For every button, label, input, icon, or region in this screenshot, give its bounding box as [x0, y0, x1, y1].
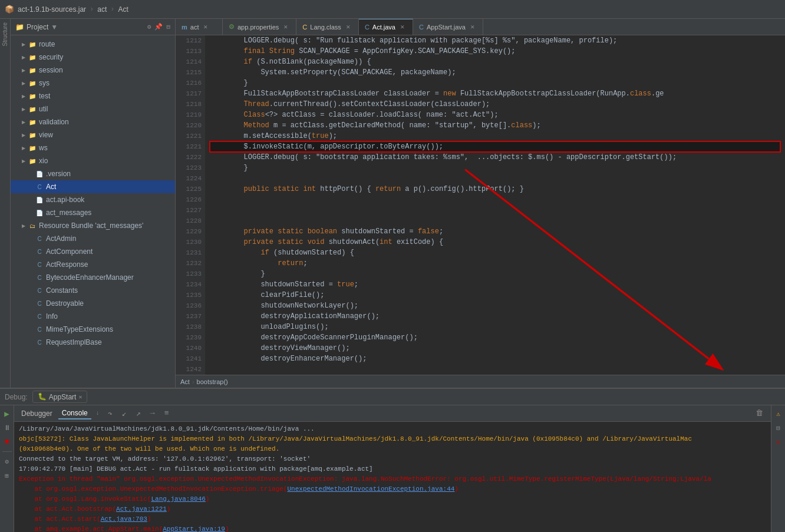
folder-icon: 📁 [28, 40, 37, 48]
folder-icon: 📁 [28, 66, 37, 74]
console-output: /Library/Java/JavaVirtualMachines/jdk1.8… [14, 422, 771, 532]
arrow-icon: ▶ [20, 131, 27, 138]
tree-label-requestimplbase: RequestImplBase [46, 338, 102, 346]
tree-item-mimetypeext[interactable]: C MimeTypeExtensions [11, 323, 175, 336]
tree-item-resource-bundle[interactable]: ▶ 🗂 Resource Bundle 'act_messages' [11, 219, 175, 232]
stack-link[interactable]: Lang.java:8046 [151, 495, 205, 503]
delete-icon[interactable]: ✕ [773, 436, 784, 448]
console-settings-icon[interactable]: ↓ [96, 410, 100, 417]
code-line: destroyAppCodeScannerPluginManager(); [210, 332, 780, 343]
tab-app-properties[interactable]: ⚙ app.properties ✕ [223, 19, 296, 35]
stack-link[interactable]: Act.java:703 [101, 516, 147, 523]
step-out-btn[interactable]: ↗ [133, 408, 144, 419]
tree-item-actcomponent[interactable]: C ActComponent [11, 245, 175, 258]
tree-item-ws[interactable]: ▶ 📁 ws [11, 141, 175, 154]
tab-close-appstart-java[interactable]: ✕ [469, 23, 477, 31]
code-line: clearPidFile(); [210, 290, 780, 300]
code-editor[interactable]: LOGGER.debug( s: "Run fullstack applicat… [205, 35, 785, 375]
breadcrumb: Act › bootstrap() [176, 375, 785, 388]
tree-item-destroyable[interactable]: C Destroyable [11, 297, 175, 310]
tree-item-view[interactable]: ▶ 📁 view [11, 128, 175, 141]
tab-act-m[interactable]: m act ✕ [176, 19, 223, 35]
code-line: } [210, 269, 780, 279]
tree-item-util[interactable]: ▶ 📁 util [11, 103, 175, 115]
console-toolbar: Debugger Console ↓ ↷ ↙ ↗ → ≡ 🗑 [14, 405, 771, 422]
tree-item-sys[interactable]: ▶ 📁 sys [11, 77, 175, 90]
side-structure-btn[interactable]: Structure [2, 22, 8, 47]
tree-label-route: route [39, 40, 55, 48]
arrow-icon: ▶ [20, 80, 27, 87]
eval-btn[interactable]: ≡ [161, 408, 173, 419]
console-line: objc[53272]: Class JavaLaunchHelper is i… [19, 434, 766, 444]
arrow-icon: ▶ [20, 54, 27, 61]
tree-item-actadmin[interactable]: C ActAdmin [11, 232, 175, 245]
tree-item-messages[interactable]: 📄 act_messages [11, 206, 175, 219]
tree-item-security[interactable]: ▶ 📁 security [11, 51, 175, 64]
collapse-icon[interactable]: ⊟ [166, 23, 170, 31]
resume-btn[interactable]: ▶ [1, 408, 13, 419]
breadcrumb-method[interactable]: bootstrap() [197, 378, 228, 385]
tree-item-test[interactable]: ▶ 📁 test [11, 90, 175, 103]
bundle-icon: 🗂 [28, 222, 37, 230]
tab-console[interactable]: Console [58, 408, 91, 419]
tab-close-app-properties[interactable]: ✕ [282, 23, 290, 31]
tree-item-constants[interactable]: C Constants [11, 284, 175, 297]
tree-item-api-book[interactable]: 📄 act.api-book [11, 193, 175, 206]
breadcrumb-act[interactable]: Act [180, 378, 190, 385]
folder-icon: 📁 [28, 118, 37, 126]
java-icon: C [35, 312, 44, 320]
tab-close-act-java[interactable]: ✕ [398, 23, 407, 31]
arrow-icon: ▶ [20, 92, 27, 100]
file-icon: 📄 [35, 209, 44, 217]
warning-icon[interactable]: ⚠ [773, 408, 784, 419]
tab-lang-class[interactable]: C Lang.class ✕ [296, 19, 359, 35]
tree-label-sys: sys [39, 79, 50, 87]
tree-item-info[interactable]: C Info [11, 310, 175, 323]
tree-item-act[interactable]: C Act [11, 180, 175, 193]
folder-icon: 📁 [28, 79, 37, 87]
tab-appstart-java[interactable]: C AppStart.java ✕ [413, 19, 483, 35]
debug-session-close[interactable]: ✕ [78, 394, 82, 401]
stack-link[interactable]: AppStart.java:19 [163, 526, 225, 532]
tab-act-java[interactable]: C Act.java ✕ [359, 19, 413, 35]
tree-item-requestimplbase[interactable]: C RequestImplBase [11, 336, 175, 349]
layout-btn[interactable]: ⊞ [1, 470, 13, 481]
debug-session-tab[interactable]: 🐛 AppStart ✕ [32, 391, 88, 403]
folder-icon: 📁 [28, 157, 37, 165]
console-line: (0x10968b4e0). One of the two will be us… [19, 444, 766, 454]
tree-item-bytecodeenhancer[interactable]: C BytecodeEnhancerManager [11, 271, 175, 284]
run-to-cursor-btn[interactable]: → [147, 408, 159, 419]
tree-item-xio[interactable]: ▶ 📁 xio [11, 154, 175, 167]
tab-close-lang-class[interactable]: ✕ [344, 23, 352, 31]
tree-item-route[interactable]: ▶ 📁 route [11, 38, 175, 51]
layout2-icon[interactable]: ⊟ [773, 422, 784, 434]
tree-label-constants: Constants [46, 286, 78, 295]
step-over-btn[interactable]: ↷ [104, 408, 116, 419]
stack-link[interactable]: Act.java:1221 [116, 505, 167, 513]
code-line: private static boolean shutdownStarted =… [210, 226, 780, 237]
folder-icon: 📁 [28, 105, 37, 113]
tab-debugger[interactable]: Debugger [18, 408, 56, 419]
pin-icon[interactable]: 📌 [154, 23, 163, 31]
code-line [210, 173, 780, 184]
code-line: m.setAccessible(true); [210, 131, 780, 141]
folder-icon: 📁 [28, 144, 37, 152]
tree-item-session[interactable]: ▶ 📁 session [11, 64, 175, 77]
arrow-icon: ▶ [20, 41, 27, 48]
tree-item-version[interactable]: 📄 .version [11, 167, 175, 180]
pause-btn[interactable]: ⏸ [1, 422, 13, 434]
stack-link[interactable]: UnexpectedMethodInvocationException.java… [287, 485, 454, 493]
tab-close-act[interactable]: ✕ [202, 23, 210, 31]
tree-item-validation[interactable]: ▶ 📁 validation [11, 115, 175, 128]
tree-item-actresponse[interactable]: C ActResponse [11, 258, 175, 271]
stop-btn[interactable]: ■ [1, 436, 13, 448]
console-line: at amq.example.act.AppStart.main(AppStar… [19, 524, 766, 532]
gear-icon[interactable]: ⚙ [147, 23, 151, 31]
tab-icon-appstart: C [419, 24, 424, 31]
java-icon: C [35, 260, 44, 269]
code-line: Thread.currentThread().setContextClassLo… [210, 99, 780, 110]
code-line [210, 194, 780, 205]
clear-console-btn[interactable]: 🗑 [753, 408, 765, 419]
settings-btn[interactable]: ⚙ [1, 455, 13, 467]
step-into-btn[interactable]: ↙ [118, 408, 130, 419]
